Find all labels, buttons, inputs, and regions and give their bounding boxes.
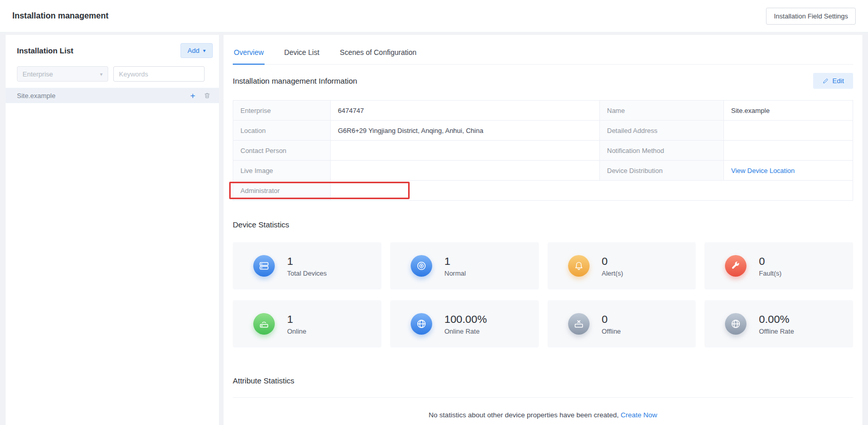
tab-bar: Overview Device List Scenes of Configura… (233, 35, 853, 65)
info-section-header: Installation management Information Edit (233, 73, 853, 89)
installation-list: Site.example + (6, 88, 219, 103)
stat-label: Alert(s) (602, 269, 623, 277)
site-name: Site.example (17, 92, 188, 100)
stat-value: 1 (445, 255, 466, 267)
stat-value: 0 (602, 313, 621, 325)
enterprise-select[interactable]: Enterprise ▾ (17, 66, 108, 82)
live-image-value (331, 161, 600, 181)
stat-label: Offline (602, 327, 621, 335)
alert-bell-icon (568, 255, 590, 277)
enterprise-select-placeholder: Enterprise (23, 70, 53, 78)
delete-site-button[interactable] (204, 92, 211, 99)
stat-value: 1 (287, 255, 327, 267)
table-row: Administrator (233, 181, 853, 201)
pencil-icon (822, 78, 829, 84)
table-row: Location G6R6+29 Yingjiang District, Anq… (233, 121, 853, 141)
table-row: Contact Person Notification Method (233, 141, 853, 161)
stat-label: Offline Rate (759, 327, 794, 335)
installation-field-settings-button[interactable]: Installation Field Settings (766, 8, 856, 25)
installation-info-table-wrap: Enterprise 6474747 Name Site.example Loc… (233, 100, 853, 201)
chevron-down-icon: ▾ (203, 48, 206, 53)
stat-card-online-rate: 100.00% Online Rate (390, 300, 539, 347)
stat-value: 100.00% (445, 313, 487, 325)
chevron-down-icon: ▾ (100, 71, 103, 77)
devices-icon (253, 255, 275, 277)
live-image-label: Live Image (233, 161, 331, 181)
attribute-statistics-title: Attribute Statistics (233, 376, 853, 385)
empty-state-text: No statistics about other device propert… (429, 411, 619, 419)
stat-value: 1 (287, 313, 307, 325)
enterprise-label: Enterprise (233, 101, 331, 121)
page-title: Installation management (12, 11, 109, 21)
contact-person-label: Contact Person (233, 141, 331, 161)
name-value: Site.example (724, 101, 853, 121)
stat-card-offline: 0 Offline (548, 300, 696, 347)
main-content: Overview Device List Scenes of Configura… (224, 35, 862, 425)
stat-card-faults: 0 Fault(s) (704, 242, 853, 289)
notification-method-label: Notification Method (600, 141, 724, 161)
offline-device-icon (568, 313, 590, 335)
installation-list-panel: Installation List Add ▾ Enterprise ▾ Sit… (6, 35, 219, 425)
wrench-icon (725, 255, 746, 277)
table-row: Enterprise 6474747 Name Site.example (233, 101, 853, 121)
stat-label: Online Rate (445, 327, 487, 335)
stat-card-total-devices: 1 Total Devices (233, 242, 381, 289)
enterprise-value: 6474747 (331, 101, 600, 121)
globe-icon (411, 313, 432, 335)
device-distribution-label: Device Distribution (600, 161, 724, 181)
stat-card-offline-rate: 0.00% Offline Rate (704, 300, 853, 347)
stat-card-normal: 1 Normal (390, 242, 539, 289)
stat-value: 0.00% (759, 313, 794, 325)
installation-list-title: Installation List (17, 46, 73, 55)
location-label: Location (233, 121, 331, 141)
view-device-location-link[interactable]: View Device Location (731, 167, 795, 175)
detailed-address-value (724, 121, 853, 141)
stat-card-online: 1 Online (233, 300, 381, 347)
stat-value: 0 (602, 255, 623, 267)
info-section-title: Installation management Information (233, 76, 357, 85)
edit-button[interactable]: Edit (813, 73, 853, 89)
stat-label: Fault(s) (759, 269, 781, 277)
stat-value: 0 (759, 255, 781, 267)
stat-label: Normal (445, 269, 466, 277)
attribute-statistics-empty-state: No statistics about other device propert… (233, 411, 853, 419)
create-now-link[interactable]: Create Now (621, 411, 657, 419)
table-row: Live Image Device Distribution View Devi… (233, 161, 853, 181)
keywords-input[interactable] (113, 66, 205, 82)
location-value: G6R6+29 Yingjiang District, Anqing, Anhu… (331, 121, 600, 141)
stat-card-alerts: 0 Alert(s) (548, 242, 696, 289)
notification-method-value (724, 141, 853, 161)
online-device-icon (253, 313, 275, 335)
stat-label: Total Devices (287, 269, 327, 277)
normal-icon (411, 255, 432, 277)
trash-icon (204, 92, 211, 99)
add-child-icon[interactable]: + (188, 91, 197, 100)
detailed-address-label: Detailed Address (600, 121, 724, 141)
list-item[interactable]: Site.example + (6, 88, 219, 103)
stat-label: Online (287, 327, 307, 335)
globe-icon (725, 313, 746, 335)
tab-device-list[interactable]: Device List (283, 45, 320, 64)
tab-scenes-of-configuration[interactable]: Scenes of Configuration (339, 45, 417, 64)
administrator-label: Administrator (233, 181, 331, 201)
tab-overview[interactable]: Overview (233, 45, 265, 65)
divider (233, 397, 853, 398)
device-statistics-cards: 1 Total Devices 1 Normal 0 (233, 242, 853, 347)
installation-info-table: Enterprise 6474747 Name Site.example Loc… (233, 100, 853, 201)
device-statistics-title: Device Statistics (233, 220, 853, 229)
edit-button-label: Edit (833, 77, 844, 85)
name-label: Name (600, 101, 724, 121)
administrator-value (331, 181, 853, 201)
main-layout: Installation List Add ▾ Enterprise ▾ Sit… (6, 35, 862, 425)
page-header: Installation management Installation Fie… (0, 0, 868, 32)
add-button[interactable]: Add ▾ (180, 43, 213, 58)
add-button-label: Add (188, 47, 199, 54)
sidebar-filters: Enterprise ▾ (6, 58, 219, 82)
contact-person-value (331, 141, 600, 161)
sidebar-header: Installation List Add ▾ (6, 43, 219, 58)
